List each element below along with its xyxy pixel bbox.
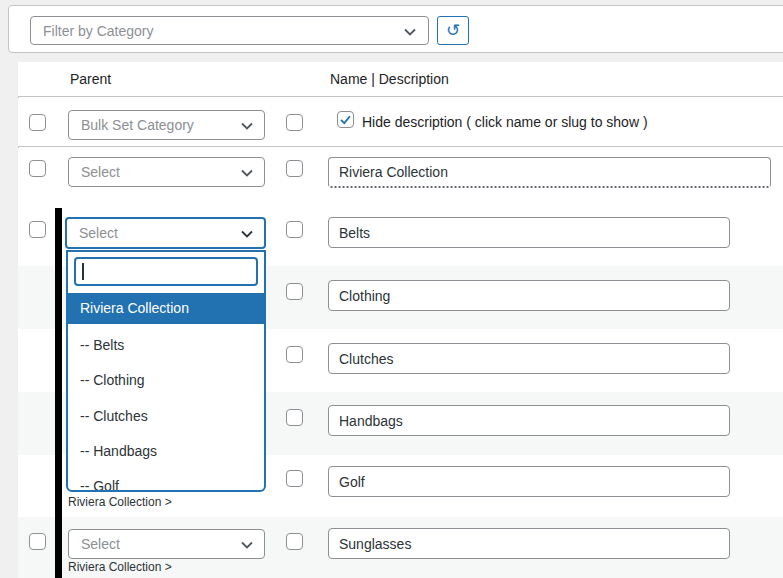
dropdown-option[interactable]: -- Clutches: [68, 399, 264, 434]
filter-by-category-select[interactable]: Filter by Category: [30, 16, 429, 45]
row-select-checkbox[interactable]: [286, 283, 303, 300]
bulk-category-editor: Filter by Category ↺ Parent Name | Descr…: [0, 0, 783, 578]
parent-select-label: Select: [79, 225, 118, 241]
bulk-set-category-select[interactable]: Bulk Set Category: [68, 110, 265, 140]
row-select-checkbox[interactable]: [29, 221, 46, 238]
dropdown-search-input[interactable]: [74, 257, 258, 286]
dropdown-option[interactable]: -- Golf: [68, 469, 264, 492]
category-name-input[interactable]: [328, 466, 730, 497]
dropdown-option[interactable]: -- Handbags: [68, 434, 264, 469]
hide-description-checkbox[interactable]: [337, 111, 354, 128]
category-name-input[interactable]: [328, 280, 730, 311]
parent-select-open[interactable]: Select: [65, 217, 266, 249]
row-select-checkbox[interactable]: [286, 160, 303, 177]
row-select-checkbox[interactable]: [286, 409, 303, 426]
indent-marker-bar: [55, 208, 62, 578]
parent-path-label: Riviera Collection >: [68, 560, 172, 574]
chevron-down-icon: [239, 165, 255, 184]
chevron-down-icon: [239, 118, 255, 137]
chevron-down-icon: [239, 537, 255, 556]
row-select-checkbox[interactable]: [286, 346, 303, 363]
parent-path-label: Riviera Collection >: [68, 495, 172, 509]
row-select-checkbox[interactable]: [29, 114, 46, 131]
row-select-checkbox[interactable]: [29, 160, 46, 177]
table-row: Select Riviera Collection >: [18, 517, 783, 578]
parent-select-label: Select: [81, 164, 120, 180]
text-caret: [82, 263, 84, 280]
chevron-down-icon: [402, 24, 418, 43]
category-name-input[interactable]: [328, 343, 730, 374]
bulk-actions-row: Bulk Set Category Hide description ( cli…: [18, 98, 783, 147]
category-name-input[interactable]: [328, 217, 730, 248]
table-row: Select: [18, 148, 783, 203]
category-name-input[interactable]: [328, 157, 771, 188]
row-select-checkbox[interactable]: [286, 470, 303, 487]
bulk-set-category-label: Bulk Set Category: [81, 117, 194, 133]
row-select-checkbox[interactable]: [286, 114, 303, 131]
row-select-checkbox[interactable]: [286, 533, 303, 550]
parent-select[interactable]: Select: [68, 529, 265, 559]
dropdown-option[interactable]: -- Clothing: [68, 363, 264, 398]
undo-icon: ↺: [446, 21, 460, 40]
parent-select-label: Select: [81, 536, 120, 552]
filter-by-category-placeholder: Filter by Category: [43, 23, 153, 39]
dropdown-option[interactable]: Riviera Collection: [68, 293, 264, 324]
dropdown-option[interactable]: -- Belts: [68, 328, 264, 363]
column-header-name-description: Name | Description: [330, 62, 449, 97]
parent-select[interactable]: Select: [68, 157, 265, 187]
row-select-checkbox[interactable]: [286, 221, 303, 238]
chevron-down-icon: [239, 226, 255, 245]
category-name-input[interactable]: [328, 528, 730, 559]
filter-bar: Filter by Category ↺: [8, 5, 783, 53]
parent-select-dropdown: Riviera Collection -- Belts -- Clothing …: [66, 250, 266, 492]
reset-filter-button[interactable]: ↺: [437, 16, 469, 45]
table-header-row: Parent Name | Description: [18, 62, 783, 97]
category-name-input[interactable]: [328, 405, 730, 436]
row-select-checkbox[interactable]: [29, 533, 46, 550]
check-icon: [339, 113, 352, 126]
hide-description-label: Hide description ( click name or slug to…: [362, 98, 648, 147]
column-header-parent: Parent: [70, 62, 111, 97]
